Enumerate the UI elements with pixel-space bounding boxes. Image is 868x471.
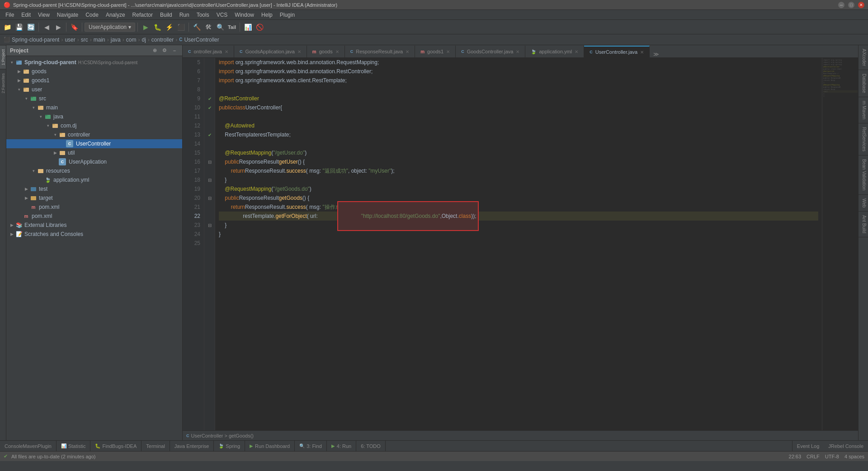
tree-pom-xml-root[interactable]: m pom.xml — [6, 212, 182, 221]
menu-tools[interactable]: Tools — [193, 11, 213, 19]
menu-plugin[interactable]: Plugin — [276, 11, 298, 19]
gutter-9[interactable]: ✔ — [204, 94, 215, 103]
toolbar-search-btn[interactable]: 🔍 — [215, 22, 226, 33]
gutter-20[interactable]: ⊟ — [204, 193, 215, 203]
gutter-fold-23[interactable]: ⊟ — [208, 223, 212, 228]
gutter-10[interactable]: ✔ — [204, 103, 215, 112]
status-encoding[interactable]: UTF-8 — [825, 454, 839, 459]
bottom-tab-run[interactable]: ▶ 4: Run — [327, 441, 356, 452]
tree-com-dj[interactable]: ▾ com.dj — [6, 121, 182, 130]
left-tab-favorites[interactable]: 2:Favorites — [0, 69, 6, 97]
tab-goods-m[interactable]: m goods ✕ — [307, 46, 345, 57]
close-button[interactable]: ✕ — [858, 2, 864, 8]
bottom-tab-run-dashboard[interactable]: ▶ Run Dashboard — [245, 441, 295, 452]
tree-pom-xml-user[interactable]: m pom.xml — [6, 203, 182, 212]
breadcrumb-user[interactable]: user — [65, 37, 75, 43]
menu-window[interactable]: Window — [231, 11, 258, 19]
tab-controller-java[interactable]: C ontroller.java ✕ — [183, 46, 234, 57]
right-tab-database[interactable]: Database — [859, 70, 868, 97]
run-config-dropdown[interactable]: UserApplication ▾ — [85, 23, 135, 32]
right-tab-axcoder[interactable]: AXcoder — [859, 45, 868, 70]
breadcrumb-dj[interactable]: dj — [142, 37, 146, 43]
toolbar-maven-btn[interactable]: 🔨 — [191, 22, 202, 33]
maximize-button[interactable]: □ — [848, 2, 854, 8]
tree-goods1[interactable]: ▶ goods1 — [6, 76, 182, 85]
menu-help[interactable]: Help — [258, 11, 276, 19]
toolbar-refresh-btn[interactable]: 🔄 — [25, 22, 36, 33]
toolbar-find-btn[interactable]: Tail — [226, 22, 237, 33]
code-content[interactable]: import org.springframework.web.bind.anno… — [215, 58, 822, 430]
toolbar-debug-btn[interactable]: 🐛 — [152, 22, 163, 33]
project-add-btn[interactable]: ⊕ — [151, 47, 159, 55]
tree-controller[interactable]: ▾ controller — [6, 130, 182, 139]
right-tab-bean[interactable]: Bean Validation — [859, 155, 868, 194]
gutter-16[interactable]: ⊟ — [204, 157, 215, 166]
menu-file[interactable]: File — [2, 11, 18, 19]
right-tab-maven[interactable]: m Maven — [859, 97, 868, 123]
menu-refactor[interactable]: Refactor — [129, 11, 156, 19]
tree-test[interactable]: ▶ test — [6, 184, 182, 193]
toolbar-run-btn[interactable]: ▶ — [140, 22, 151, 33]
menu-build[interactable]: Build — [156, 11, 176, 19]
breadcrumb-com[interactable]: com — [126, 37, 137, 43]
bottom-tab-todo[interactable]: 6: TODO — [356, 441, 386, 452]
breadcrumb-controller[interactable]: controller — [151, 37, 174, 43]
tab-close-application-yml[interactable]: ✕ — [575, 49, 578, 54]
breadcrumb-java[interactable]: java — [111, 37, 121, 43]
toolbar-bookmark-btn[interactable]: 🔖 — [69, 22, 80, 33]
tree-target[interactable]: ▶ target — [6, 193, 182, 203]
tab-goods-application[interactable]: C GoodsApplication.java ✕ — [234, 46, 307, 57]
toolbar-fwd-btn[interactable]: ▶ — [53, 22, 64, 33]
tab-close-controller[interactable]: ✕ — [225, 49, 228, 54]
status-indent[interactable]: 4 spaces — [844, 454, 864, 459]
tab-response-result[interactable]: C ResponseResult.java ✕ — [345, 46, 415, 57]
menu-edit[interactable]: Edit — [18, 11, 34, 19]
right-tab-web[interactable]: Web — [859, 195, 868, 212]
toolbar-save-btn[interactable]: 💾 — [14, 22, 24, 33]
bottom-tab-find[interactable]: 🔍 3: Find — [295, 441, 327, 452]
tree-spring-cloud-parent[interactable]: ▾ Spring-cloud-parent H:\CSDN\Spring-clo… — [6, 58, 182, 67]
breadcrumb-main[interactable]: main — [94, 37, 105, 43]
tab-close-response-result[interactable]: ✕ — [406, 49, 409, 54]
bottom-tab-terminal[interactable]: Terminal — [142, 441, 170, 452]
status-line-ending[interactable]: CRLF — [807, 454, 820, 459]
tab-application-yml[interactable]: 🍃 application.yml ✕ — [525, 46, 584, 57]
menu-view[interactable]: View — [34, 11, 53, 19]
menu-analyze[interactable]: Analyze — [102, 11, 129, 19]
tab-more-btn[interactable]: ≫ — [650, 51, 663, 57]
bottom-tab-spring[interactable]: 🍃 Spring — [214, 441, 245, 452]
menu-code[interactable]: Code — [82, 11, 102, 19]
tree-user-application[interactable]: C UserApplication — [6, 157, 182, 166]
tree-main[interactable]: ▾ main — [6, 103, 182, 112]
breadcrumb-usercontroller[interactable]: UserController — [184, 37, 219, 43]
gutter-23[interactable]: ⊟ — [204, 221, 215, 230]
gutter-13[interactable]: ✔ — [204, 130, 215, 139]
tree-scratches[interactable]: ▶ 📝 Scratches and Consoles — [6, 230, 182, 239]
left-tab-project[interactable]: 1:Project — [0, 45, 6, 69]
breadcrumb-src[interactable]: src — [81, 37, 88, 43]
toolbar-maven2-btn[interactable]: 🛠 — [203, 22, 214, 33]
bottom-tab-java-enterprise[interactable]: Java Enterprise — [170, 441, 214, 452]
bottom-tab-jrebel-console[interactable]: JRebel Console — [824, 441, 868, 452]
gutter-fold-16[interactable]: ⊟ — [208, 160, 212, 165]
menu-navigate[interactable]: Navigate — [53, 11, 82, 19]
toolbar-coverage-btn[interactable]: 📊 — [242, 22, 253, 33]
tab-close-goods1[interactable]: ✕ — [446, 49, 450, 54]
toolbar-run2-btn[interactable]: ⚡ — [164, 22, 175, 33]
tree-external-libraries[interactable]: ▶ 📚 External Libraries — [6, 221, 182, 230]
right-tab-retservices[interactable]: RetServices — [859, 123, 868, 155]
tree-application-yml[interactable]: 🍃 application.yml — [6, 175, 182, 184]
tree-src[interactable]: ▾ src — [6, 94, 182, 103]
tree-resources[interactable]: ▾ resources — [6, 166, 182, 175]
bottom-tab-console-maven[interactable]: ConsoleMavenPlugin — [0, 441, 57, 452]
tab-goods-controller[interactable]: C GoodsController.java ✕ — [456, 46, 525, 57]
tab-user-controller[interactable]: C UserController.java ✕ — [584, 46, 650, 57]
right-tab-ant[interactable]: Ant Build — [859, 212, 868, 237]
gutter-fold-20[interactable]: ⊟ — [208, 196, 212, 201]
toolbar-stop-btn[interactable]: ⬛ — [175, 22, 186, 33]
tree-goods[interactable]: ▶ goods — [6, 67, 182, 76]
gutter-fold-18[interactable]: ⊟ — [208, 178, 212, 183]
project-cog-btn[interactable]: ⚙ — [160, 47, 169, 55]
project-minus-btn[interactable]: − — [170, 47, 179, 55]
toolbar-back-btn[interactable]: ◀ — [41, 22, 52, 33]
